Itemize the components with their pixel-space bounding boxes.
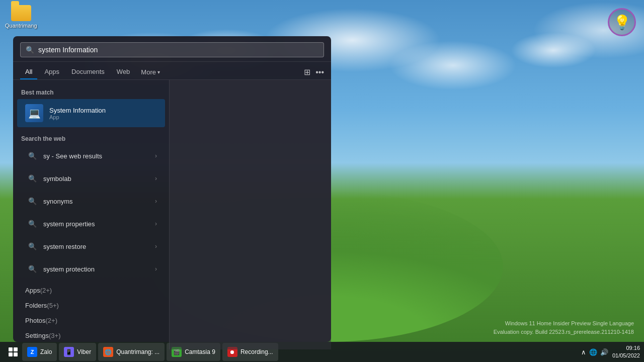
best-match-title: System Information [49,107,106,114]
arrow-icon-1: › [155,152,157,159]
search-results: Best match 💻 System Information App Sear… [13,80,331,349]
svg-rect-2 [9,352,13,356]
web-result-synonyms[interactable]: 🔍 synonyms › [17,190,165,212]
best-match-item[interactable]: 💻 System Information App [17,99,165,127]
search-tabs: All Apps Documents Web More ▾ ⊞ ••• [13,62,331,80]
web-result-text-2: symbolab [39,175,155,183]
arrow-icon-5: › [155,243,157,250]
chevron-down-icon: ▾ [157,69,160,75]
recording-label: Recording... [240,348,273,355]
share-icon[interactable]: ⊞ [304,67,310,77]
best-match-subtitle: App [49,114,106,120]
category-apps[interactable]: Apps (2+) [17,283,165,298]
tab-apps[interactable]: Apps [39,65,64,79]
volume-icon[interactable]: 🔊 [600,348,608,356]
web-result-text-6: system protection [39,265,155,273]
web-search-icon-2: 🔍 [25,171,39,186]
folder-label: Quantrimang [5,23,37,29]
taskbar-right: ∧ 🌐 🔊 09:16 01/05/2022 [581,344,640,360]
quantrimang-label: Quantrimang: ... [116,348,159,355]
category-settings-label: Settings [25,332,49,339]
more-options-icon[interactable]: ••• [315,68,324,77]
category-folders[interactable]: Folders (5+) [17,298,165,313]
arrow-icon-2: › [155,175,157,182]
desktop-folder[interactable]: Quantrimang [5,5,37,29]
web-result-text-4: system properties [39,220,155,228]
web-search-label: Search the web [13,132,169,144]
arrow-icon-3: › [155,198,157,205]
results-left-panel: Best match 💻 System Information App Sear… [13,80,169,349]
tab-web[interactable]: Web [112,65,135,79]
clock-time: 09:16 [612,344,640,352]
category-folders-count: (5+) [47,302,58,309]
arrow-icon-4: › [155,220,157,227]
clock-date: 01/05/2022 [612,352,640,359]
tray-chevron-icon[interactable]: ∧ [581,348,586,356]
tab-more[interactable]: More ▾ [137,65,164,79]
results-right-panel [169,80,331,349]
folder-icon [11,5,31,21]
web-search-section: Search the web 🔍 sy - See web results › … [13,128,169,283]
zalo-label: Zalo [40,348,52,355]
web-search-icon-1: 🔍 [25,149,39,163]
arrow-icon-6: › [155,265,157,273]
web-result-system-protection[interactable]: 🔍 system protection › [17,258,165,280]
category-apps-count: (2+) [40,287,52,294]
web-result-text-1: sy - See web results [39,152,155,160]
category-apps-label: Apps [25,287,40,294]
category-settings-count: (3+) [49,332,60,339]
category-photos-label: Photos [25,317,45,324]
svg-rect-0 [9,347,13,351]
taskbar-clock[interactable]: 09:16 01/05/2022 [612,344,640,360]
search-input[interactable] [38,46,318,54]
search-input-wrapper: 🔍 [20,42,324,57]
search-input-area: 🔍 [13,36,331,62]
web-result-system-restore[interactable]: 🔍 system restore › [17,235,165,257]
svg-rect-3 [14,352,18,356]
web-search-icon-5: 🔍 [25,239,39,253]
category-settings[interactable]: Settings (3+) [17,328,165,343]
search-icon: 🔍 [26,46,34,54]
web-result-symbolab[interactable]: 🔍 symbolab › [17,167,165,190]
viber-label: Viber [77,348,91,355]
best-match-label: Best match [13,86,169,98]
lightbulb-icon[interactable]: 💡 [608,8,636,36]
category-photos-count: (2+) [45,317,57,324]
system-tray: ∧ 🌐 🔊 [581,348,608,356]
tab-all[interactable]: All [20,65,37,79]
search-panel: 🔍 All Apps Documents Web More ▾ ⊞ ••• Be… [13,36,331,342]
camtasia-label: Camtasia 9 [185,348,215,355]
web-result-text-5: system restore [39,243,155,250]
web-search-icon-4: 🔍 [25,217,39,231]
tab-documents[interactable]: Documents [66,65,110,79]
category-photos[interactable]: Photos (2+) [17,313,165,328]
web-result-system-properties[interactable]: 🔍 system properties › [17,213,165,235]
category-folders-label: Folders [25,302,47,309]
system-info-icon: 💻 [25,104,43,122]
web-result-text-3: synonyms [39,198,155,205]
network-icon[interactable]: 🌐 [589,348,597,356]
web-search-icon-3: 🔍 [25,194,39,208]
web-result-sy[interactable]: 🔍 sy - See web results › [17,145,165,167]
web-search-icon-6: 🔍 [25,262,39,276]
